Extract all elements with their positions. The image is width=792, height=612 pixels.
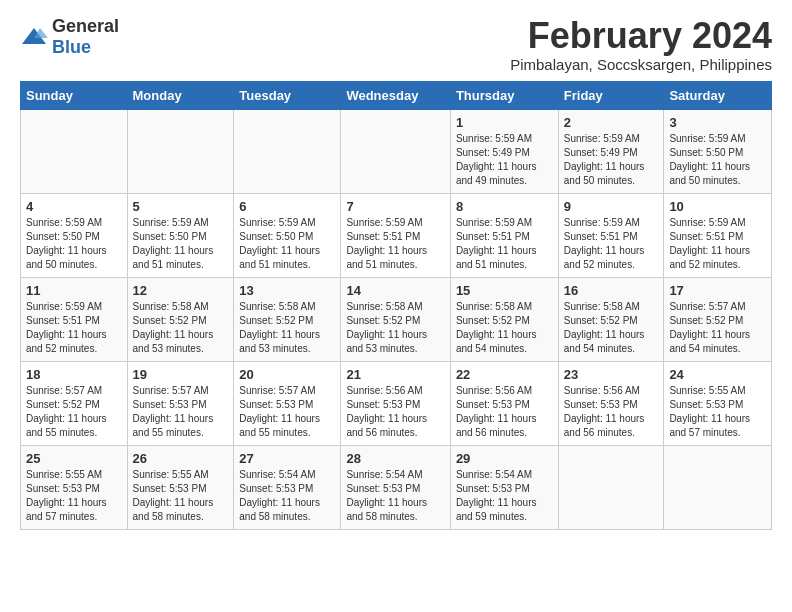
day-detail: Sunrise: 5:58 AMSunset: 5:52 PMDaylight:… [456,300,553,356]
week-row-4: 25Sunrise: 5:55 AMSunset: 5:53 PMDayligh… [21,445,772,529]
day-detail: Sunrise: 5:58 AMSunset: 5:52 PMDaylight:… [564,300,659,356]
cell-w2-d4: 15Sunrise: 5:58 AMSunset: 5:52 PMDayligh… [450,277,558,361]
cell-w0-d3 [341,109,450,193]
week-row-2: 11Sunrise: 5:59 AMSunset: 5:51 PMDayligh… [21,277,772,361]
cell-w2-d5: 16Sunrise: 5:58 AMSunset: 5:52 PMDayligh… [558,277,664,361]
day-number: 7 [346,199,444,214]
cell-w3-d1: 19Sunrise: 5:57 AMSunset: 5:53 PMDayligh… [127,361,234,445]
cell-w0-d5: 2Sunrise: 5:59 AMSunset: 5:49 PMDaylight… [558,109,664,193]
col-monday: Monday [127,81,234,109]
week-row-0: 1Sunrise: 5:59 AMSunset: 5:49 PMDaylight… [21,109,772,193]
cell-w3-d6: 24Sunrise: 5:55 AMSunset: 5:53 PMDayligh… [664,361,772,445]
day-number: 20 [239,367,335,382]
day-number: 1 [456,115,553,130]
page-header: General Blue February 2024 Pimbalayan, S… [20,16,772,73]
day-detail: Sunrise: 5:59 AMSunset: 5:50 PMDaylight:… [669,132,766,188]
day-detail: Sunrise: 5:54 AMSunset: 5:53 PMDaylight:… [346,468,444,524]
day-number: 16 [564,283,659,298]
week-row-1: 4Sunrise: 5:59 AMSunset: 5:50 PMDaylight… [21,193,772,277]
day-detail: Sunrise: 5:55 AMSunset: 5:53 PMDaylight:… [26,468,122,524]
cell-w3-d2: 20Sunrise: 5:57 AMSunset: 5:53 PMDayligh… [234,361,341,445]
calendar-table: Sunday Monday Tuesday Wednesday Thursday… [20,81,772,530]
day-number: 24 [669,367,766,382]
day-number: 15 [456,283,553,298]
cell-w1-d0: 4Sunrise: 5:59 AMSunset: 5:50 PMDaylight… [21,193,128,277]
day-detail: Sunrise: 5:59 AMSunset: 5:49 PMDaylight:… [564,132,659,188]
logo-general: General [52,16,119,36]
day-number: 6 [239,199,335,214]
day-number: 19 [133,367,229,382]
day-number: 27 [239,451,335,466]
calendar-header-row: Sunday Monday Tuesday Wednesday Thursday… [21,81,772,109]
cell-w0-d6: 3Sunrise: 5:59 AMSunset: 5:50 PMDaylight… [664,109,772,193]
cell-w1-d3: 7Sunrise: 5:59 AMSunset: 5:51 PMDaylight… [341,193,450,277]
day-number: 23 [564,367,659,382]
day-detail: Sunrise: 5:59 AMSunset: 5:49 PMDaylight:… [456,132,553,188]
day-number: 21 [346,367,444,382]
day-detail: Sunrise: 5:59 AMSunset: 5:50 PMDaylight:… [133,216,229,272]
logo: General Blue [20,16,119,58]
day-detail: Sunrise: 5:55 AMSunset: 5:53 PMDaylight:… [669,384,766,440]
col-saturday: Saturday [664,81,772,109]
cell-w4-d1: 26Sunrise: 5:55 AMSunset: 5:53 PMDayligh… [127,445,234,529]
day-detail: Sunrise: 5:54 AMSunset: 5:53 PMDaylight:… [239,468,335,524]
cell-w2-d1: 12Sunrise: 5:58 AMSunset: 5:52 PMDayligh… [127,277,234,361]
cell-w4-d3: 28Sunrise: 5:54 AMSunset: 5:53 PMDayligh… [341,445,450,529]
day-number: 22 [456,367,553,382]
day-detail: Sunrise: 5:57 AMSunset: 5:52 PMDaylight:… [26,384,122,440]
cell-w1-d2: 6Sunrise: 5:59 AMSunset: 5:50 PMDaylight… [234,193,341,277]
day-detail: Sunrise: 5:58 AMSunset: 5:52 PMDaylight:… [133,300,229,356]
cell-w2-d6: 17Sunrise: 5:57 AMSunset: 5:52 PMDayligh… [664,277,772,361]
day-number: 5 [133,199,229,214]
cell-w0-d0 [21,109,128,193]
day-detail: Sunrise: 5:59 AMSunset: 5:50 PMDaylight:… [26,216,122,272]
day-number: 10 [669,199,766,214]
cell-w4-d0: 25Sunrise: 5:55 AMSunset: 5:53 PMDayligh… [21,445,128,529]
cell-w4-d5 [558,445,664,529]
day-number: 12 [133,283,229,298]
cell-w1-d6: 10Sunrise: 5:59 AMSunset: 5:51 PMDayligh… [664,193,772,277]
cell-w1-d4: 8Sunrise: 5:59 AMSunset: 5:51 PMDaylight… [450,193,558,277]
day-detail: Sunrise: 5:57 AMSunset: 5:53 PMDaylight:… [133,384,229,440]
day-number: 28 [346,451,444,466]
day-number: 18 [26,367,122,382]
day-detail: Sunrise: 5:56 AMSunset: 5:53 PMDaylight:… [564,384,659,440]
cell-w1-d5: 9Sunrise: 5:59 AMSunset: 5:51 PMDaylight… [558,193,664,277]
logo-icon [20,26,48,48]
cell-w3-d0: 18Sunrise: 5:57 AMSunset: 5:52 PMDayligh… [21,361,128,445]
col-wednesday: Wednesday [341,81,450,109]
cell-w2-d3: 14Sunrise: 5:58 AMSunset: 5:52 PMDayligh… [341,277,450,361]
page-subtitle: Pimbalayan, Soccsksargen, Philippines [510,56,772,73]
day-number: 2 [564,115,659,130]
cell-w3-d4: 22Sunrise: 5:56 AMSunset: 5:53 PMDayligh… [450,361,558,445]
page-title: February 2024 [510,16,772,56]
cell-w4-d2: 27Sunrise: 5:54 AMSunset: 5:53 PMDayligh… [234,445,341,529]
day-number: 17 [669,283,766,298]
day-number: 25 [26,451,122,466]
col-sunday: Sunday [21,81,128,109]
day-detail: Sunrise: 5:59 AMSunset: 5:51 PMDaylight:… [564,216,659,272]
col-friday: Friday [558,81,664,109]
cell-w2-d0: 11Sunrise: 5:59 AMSunset: 5:51 PMDayligh… [21,277,128,361]
day-detail: Sunrise: 5:54 AMSunset: 5:53 PMDaylight:… [456,468,553,524]
cell-w1-d1: 5Sunrise: 5:59 AMSunset: 5:50 PMDaylight… [127,193,234,277]
day-detail: Sunrise: 5:56 AMSunset: 5:53 PMDaylight:… [346,384,444,440]
day-number: 29 [456,451,553,466]
day-number: 14 [346,283,444,298]
day-number: 4 [26,199,122,214]
day-detail: Sunrise: 5:59 AMSunset: 5:51 PMDaylight:… [669,216,766,272]
week-row-3: 18Sunrise: 5:57 AMSunset: 5:52 PMDayligh… [21,361,772,445]
day-number: 9 [564,199,659,214]
day-detail: Sunrise: 5:55 AMSunset: 5:53 PMDaylight:… [133,468,229,524]
cell-w4-d4: 29Sunrise: 5:54 AMSunset: 5:53 PMDayligh… [450,445,558,529]
day-detail: Sunrise: 5:58 AMSunset: 5:52 PMDaylight:… [239,300,335,356]
day-number: 8 [456,199,553,214]
cell-w3-d3: 21Sunrise: 5:56 AMSunset: 5:53 PMDayligh… [341,361,450,445]
day-detail: Sunrise: 5:59 AMSunset: 5:51 PMDaylight:… [26,300,122,356]
day-detail: Sunrise: 5:59 AMSunset: 5:51 PMDaylight:… [456,216,553,272]
day-number: 3 [669,115,766,130]
day-detail: Sunrise: 5:59 AMSunset: 5:51 PMDaylight:… [346,216,444,272]
logo-text: General Blue [52,16,119,58]
cell-w0-d4: 1Sunrise: 5:59 AMSunset: 5:49 PMDaylight… [450,109,558,193]
col-thursday: Thursday [450,81,558,109]
